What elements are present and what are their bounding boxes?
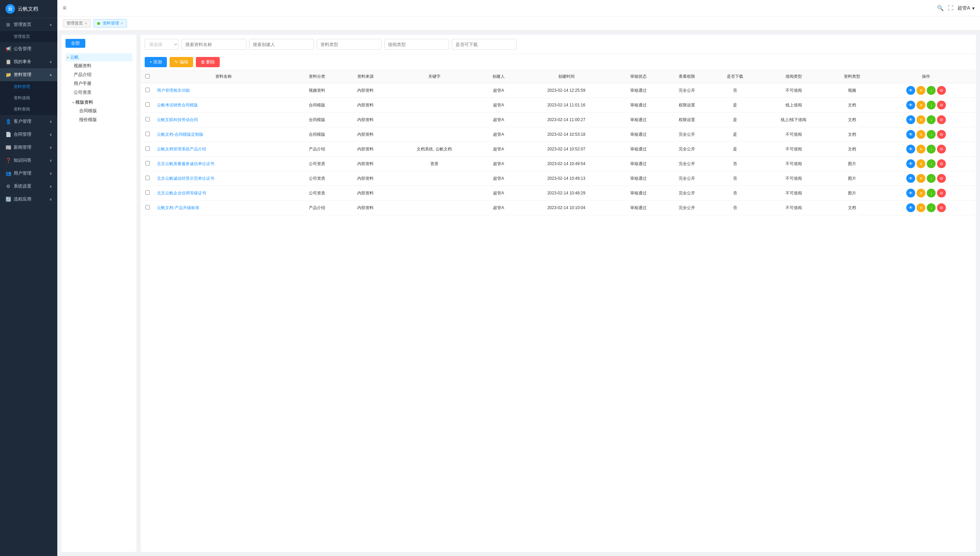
tree-leaf-product[interactable]: 产品介绍	[71, 70, 133, 79]
add-button[interactable]: + 添加	[145, 57, 167, 67]
user-info[interactable]: 超管A ▾	[957, 5, 975, 11]
creator-search-input[interactable]	[249, 39, 314, 50]
close-icon[interactable]: ×	[121, 21, 123, 25]
sidebar-item-label: 我的事务	[14, 59, 47, 65]
select-all-checkbox[interactable]	[146, 74, 150, 78]
download-button[interactable]: ↓	[927, 145, 936, 154]
view-button[interactable]: 👁	[906, 189, 915, 197]
type-filter-input[interactable]	[317, 39, 382, 50]
table-row: 云帆考试销售合同模版 合同模版 内部资料 超管A 2023-02-14 11:0…	[141, 98, 976, 113]
view-button[interactable]: 👁	[906, 101, 915, 110]
view-button[interactable]: 👁	[906, 203, 915, 212]
download-button[interactable]: ↓	[927, 115, 936, 124]
edit-button[interactable]: ✎ 编辑	[170, 57, 193, 67]
menu-toggle-button[interactable]: ≡	[63, 5, 66, 11]
sidebar-item-resource-mgmt[interactable]: 📁 资料管理 ∧	[0, 68, 57, 81]
view-button[interactable]: 👁	[906, 145, 915, 154]
view-button[interactable]: 👁	[906, 159, 915, 168]
sidebar-sub-resource-view[interactable]: 资料查阅	[0, 104, 57, 115]
view-button[interactable]: 👁	[906, 174, 915, 183]
doc-link[interactable]: 云帆文档-产品升级标准	[157, 205, 290, 211]
edit-row-button[interactable]: ≡	[917, 159, 925, 168]
view-button[interactable]: 👁	[906, 86, 915, 95]
downloadable-filter-input[interactable]	[452, 39, 517, 50]
breadcrumb-tab-home[interactable]: 管理首页 ×	[63, 19, 91, 27]
edit-row-button[interactable]: ≡	[917, 115, 925, 124]
row-checkbox[interactable]	[146, 161, 150, 165]
sidebar-item-customer-mgmt[interactable]: 👤 客户管理 ∨	[0, 115, 57, 128]
stop-button[interactable]: ⊘	[937, 189, 946, 197]
row-checkbox[interactable]	[146, 146, 150, 151]
edit-row-button[interactable]: ≡	[917, 145, 925, 154]
sidebar-item-process-apps[interactable]: 🔄 流程应用 ∨	[0, 193, 57, 206]
stop-button[interactable]: ⊘	[937, 86, 946, 95]
doc-link[interactable]: 北京云帆企业信用等级证书	[157, 190, 290, 196]
delete-button[interactable]: 🗑 删除	[196, 57, 220, 67]
tree-leaf-company[interactable]: 公司资质	[71, 88, 133, 97]
stop-button[interactable]: ⊘	[937, 145, 946, 154]
download-button[interactable]: ↓	[927, 203, 936, 212]
tree-leaf-contract-template[interactable]: 合同模版	[76, 107, 133, 115]
doc-link[interactable]: 云帆互联科技劳动合同	[157, 117, 290, 123]
row-checkbox[interactable]	[146, 205, 150, 209]
edit-row-button[interactable]: ≡	[917, 101, 925, 110]
tree-leaf-manual[interactable]: 用户手册	[71, 79, 133, 88]
row-checkbox[interactable]	[146, 190, 150, 195]
download-button[interactable]: ↓	[927, 130, 936, 139]
sidebar-sub-resource-borrow[interactable]: 资料借阅	[0, 92, 57, 104]
sidebar-item-admin-home[interactable]: ⊞ 管理首页 ∨	[0, 18, 57, 31]
stop-button[interactable]: ⊘	[937, 101, 946, 110]
sidebar-sub-resource-management[interactable]: 资料管理	[0, 81, 57, 92]
doc-link[interactable]: 北京云帆诚信经营示范单位证书	[157, 176, 290, 181]
chevron-icon: ∨	[50, 133, 52, 136]
download-button[interactable]: ↓	[927, 189, 936, 197]
stop-button[interactable]: ⊘	[937, 130, 946, 139]
borrow-type-filter-input[interactable]	[384, 39, 449, 50]
download-button[interactable]: ↓	[927, 174, 936, 183]
tree-leaf-video[interactable]: 视频资料	[71, 61, 133, 70]
doc-link[interactable]: 云帆考试销售合同模版	[157, 102, 290, 108]
tree-node-yunfan-label[interactable]: ▾ 云帆	[66, 53, 133, 61]
tree-all-button[interactable]: 全部	[66, 39, 85, 48]
cell-source: 内部资料	[341, 171, 389, 186]
stop-button[interactable]: ⊘	[937, 159, 946, 168]
row-checkbox[interactable]	[146, 88, 150, 92]
category-select[interactable]: 请选择	[145, 39, 179, 50]
edit-row-button[interactable]: ≡	[917, 174, 925, 183]
breadcrumb-tab-resource[interactable]: 资料管理 ×	[94, 19, 127, 27]
view-button[interactable]: 👁	[906, 130, 915, 139]
download-button[interactable]: ↓	[927, 159, 936, 168]
stop-button[interactable]: ⊘	[937, 115, 946, 124]
sidebar-item-user-mgmt[interactable]: 👥 用户管理 ∨	[0, 167, 57, 180]
sidebar-item-knowledge-qa[interactable]: ❓ 知识问答 ∨	[0, 154, 57, 167]
edit-row-button[interactable]: ≡	[917, 130, 925, 139]
doc-link[interactable]: 云帆文档管理系统产品介绍	[157, 146, 290, 152]
download-button[interactable]: ↓	[927, 86, 936, 95]
doc-link[interactable]: 云帆文档-合同模版定制版	[157, 132, 290, 137]
stop-button[interactable]: ⊘	[937, 174, 946, 183]
sidebar-sub-admin-home[interactable]: 管理首页	[0, 31, 57, 42]
tree-leaf-quote-template[interactable]: 报价模版	[76, 115, 133, 124]
download-button[interactable]: ↓	[927, 101, 936, 110]
row-checkbox[interactable]	[146, 117, 150, 121]
sidebar-item-announcement[interactable]: 📢 公告管理	[0, 42, 57, 55]
sidebar-item-my-tasks[interactable]: 📋 我的事务 ∨	[0, 55, 57, 68]
sidebar-item-news-mgmt[interactable]: 📰 新闻管理 ∨	[0, 141, 57, 154]
doc-link[interactable]: 用户管理相关功能	[157, 88, 290, 94]
edit-row-button[interactable]: ≡	[917, 189, 925, 197]
stop-button[interactable]: ⊘	[937, 203, 946, 212]
search-icon[interactable]: 🔍	[937, 5, 944, 11]
name-search-input[interactable]	[181, 39, 246, 50]
view-button[interactable]: 👁	[906, 115, 915, 124]
doc-link[interactable]: 北京云帆质量服务诚信单位证书	[157, 161, 290, 167]
row-checkbox[interactable]	[146, 132, 150, 136]
row-checkbox[interactable]	[146, 176, 150, 180]
tree-node-template-label[interactable]: ▾ 模版资料	[71, 98, 133, 107]
sidebar-item-contract-mgmt[interactable]: 📄 合同管理 ∨	[0, 128, 57, 141]
sidebar-item-system-settings[interactable]: ⚙ 系统设置 ∨	[0, 180, 57, 193]
edit-row-button[interactable]: ≡	[917, 86, 925, 95]
row-checkbox[interactable]	[146, 102, 150, 107]
fullscreen-icon[interactable]: ⛶	[948, 5, 953, 11]
close-icon[interactable]: ×	[85, 21, 87, 25]
edit-row-button[interactable]: ≡	[917, 203, 925, 212]
